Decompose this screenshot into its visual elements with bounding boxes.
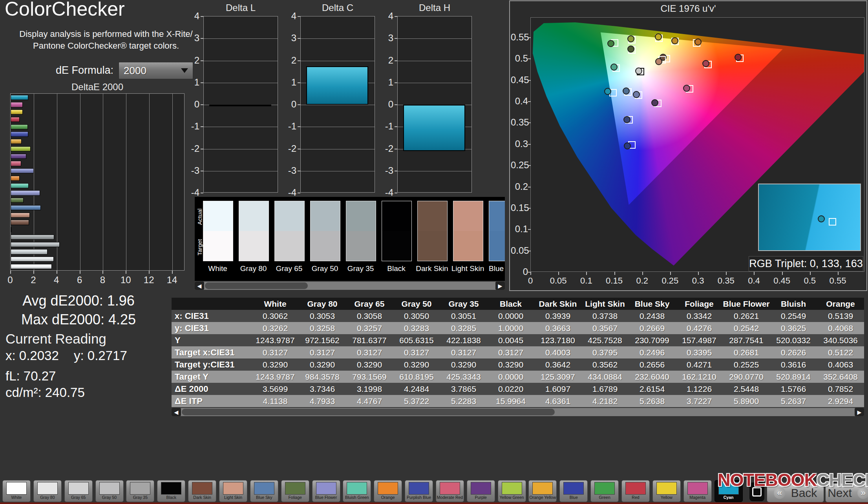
next-button[interactable]: Next » (825, 483, 868, 502)
cie-x-label: 0.55 (826, 276, 850, 286)
table-cell: 3.5699 (252, 383, 299, 395)
table-scroll-left-button[interactable]: ◀ (172, 408, 181, 416)
cie-x-tick (558, 272, 559, 275)
pattern-window-button[interactable] (749, 482, 764, 501)
strip-scrollbar[interactable]: ◀▶ (195, 282, 505, 290)
measured-light-skin (655, 58, 662, 65)
palette-button-orange[interactable]: Orange (374, 480, 402, 502)
palette-button-gray-80[interactable]: Gray 80 (33, 480, 62, 502)
palette-button-yellow-green[interactable]: Yellow Green (498, 480, 526, 502)
palette-button-moderate-red[interactable]: Moderate Red (436, 480, 464, 502)
bar-moderate-red (11, 161, 21, 166)
palette-button-orange-yellow[interactable]: Orange Yellow (528, 480, 557, 502)
palette-button-gray-35[interactable]: Gray 35 (126, 480, 154, 502)
patch-pair-black[interactable] (382, 201, 412, 261)
palette-button-gray-50[interactable]: Gray 50 (95, 480, 124, 502)
strip-scroll-thumb[interactable] (205, 282, 308, 289)
palette-label: Gray 65 (65, 495, 92, 500)
palette-button-purple[interactable]: Purple (467, 480, 495, 502)
patch-label: Gray 35 (342, 264, 379, 273)
bar-foliage (11, 198, 24, 203)
column-header-gray-50: Gray 50 (393, 298, 440, 310)
palette-button-dark-skin[interactable]: Dark Skin (188, 480, 216, 502)
palette-swatch (440, 482, 460, 495)
palette-swatch (316, 482, 336, 495)
delta_l-bar (209, 105, 271, 106)
table-cell: 0.2496 (629, 346, 676, 358)
gridline (398, 38, 471, 39)
bar-purplish-blue (11, 168, 34, 173)
back-button[interactable]: « Back (767, 483, 824, 502)
cie-x-label: 0.5 (798, 276, 822, 286)
x-tick-label: 14 (164, 275, 180, 286)
cie-y-tick (528, 122, 531, 123)
y-tick-label: 0 (378, 99, 393, 110)
palette-swatch (37, 482, 58, 495)
bar-gloss (11, 117, 19, 122)
strip-scroll-left-button[interactable]: ◀ (195, 282, 204, 290)
bar-blue (11, 131, 28, 136)
cie-y-label: 0.2 (511, 181, 528, 192)
table-cell: 3.7865 (440, 383, 487, 395)
palette-label: Blue Flower (312, 495, 340, 500)
table-cell: 340.5036 (817, 334, 864, 346)
patch-pair-white[interactable] (203, 201, 233, 261)
gridline (204, 127, 278, 127)
table-cell: 0.4276 (676, 322, 723, 334)
de-formula-dropdown[interactable]: 2000 (119, 62, 193, 79)
palette-button-blue-sky[interactable]: Blue Sky (250, 480, 278, 502)
palette-button-green[interactable]: Green (590, 480, 619, 502)
palette-button-purplish-blue[interactable]: Purplish Blue (405, 480, 433, 502)
delta_l-chart (203, 16, 278, 193)
y-tick (298, 126, 300, 127)
actual-row-label: Actual (196, 201, 203, 233)
patch-pair-gray-35[interactable] (346, 201, 376, 261)
palette-button-magenta[interactable]: Magenta (683, 480, 712, 502)
target-swatch (203, 231, 233, 261)
patch-pair-dark-skin[interactable] (417, 201, 448, 261)
row-label: ΔE 2000 (172, 383, 252, 395)
chevron-down-icon (181, 68, 188, 73)
measured-white (635, 67, 642, 75)
table-cell: 3.1998 (346, 383, 393, 395)
table-cell: 5.2638 (629, 395, 676, 407)
cie-y-tick (528, 37, 531, 38)
palette-button-foliage[interactable]: Foliage (281, 480, 309, 502)
y-tick-label: 0 (281, 99, 296, 110)
bar-light-skin (11, 213, 30, 218)
palette-button-cyan[interactable]: Cyan (715, 480, 743, 502)
table-cell: 520.0332 (770, 334, 817, 346)
patch-pair-gray-65[interactable] (274, 201, 305, 261)
cie-x-tick (810, 272, 811, 275)
pattern-window-icon (752, 487, 762, 497)
palette-button-light-skin[interactable]: Light Skin (219, 480, 247, 502)
table-scroll-thumb[interactable] (182, 409, 555, 415)
palette-button-gray-65[interactable]: Gray 65 (64, 480, 93, 502)
description-line2: Pantone ColorChecker® target colors. (16, 40, 196, 52)
column-header-gray-80: Gray 80 (299, 298, 346, 310)
table-cell: 1.0000 (487, 322, 534, 334)
patch-pair-gray-80[interactable] (239, 201, 269, 261)
bar-purple (11, 154, 26, 159)
table-cell: 0.3616 (770, 358, 817, 371)
table-scrollbar[interactable]: ◀▶ (172, 408, 864, 416)
strip-scroll-right-button[interactable]: ▶ (495, 282, 505, 290)
bar-gloss (11, 235, 54, 239)
actual-swatch (311, 201, 340, 231)
palette-button-white[interactable]: White (2, 480, 31, 502)
patch-pair-blue-sky[interactable] (489, 201, 505, 261)
inset-target-point (829, 218, 836, 226)
description-line1: Display analysis is performed with the X… (16, 28, 196, 40)
palette-button-blue[interactable]: Blue (559, 480, 588, 502)
patch-pair-light-skin[interactable] (453, 201, 483, 261)
palette-button-red[interactable]: Red (621, 480, 650, 502)
palette-button-black[interactable]: Black (157, 480, 185, 502)
y-tick (395, 193, 397, 193)
bar-white (11, 264, 52, 269)
patch-pair-gray-50[interactable] (310, 201, 340, 261)
chevron-left-icon: « (774, 487, 786, 499)
table-scroll-right-button[interactable]: ▶ (855, 408, 864, 416)
palette-button-blue-flower[interactable]: Blue Flower (312, 480, 340, 502)
palette-button-bluish-green[interactable]: Bluish Green (343, 480, 371, 502)
palette-button-yellow[interactable]: Yellow (652, 480, 681, 502)
